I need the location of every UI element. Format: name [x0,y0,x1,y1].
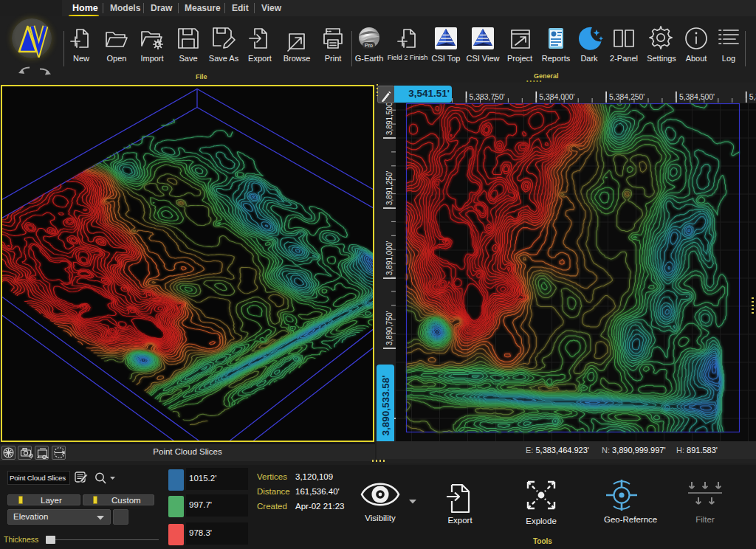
svg-text:5,3: 5,3 [749,93,756,101]
svg-text:5,383,750': 5,383,750' [470,93,505,101]
svg-text:Pro: Pro [365,43,373,48]
svg-text:5,384,000': 5,384,000' [539,93,574,101]
svg-text:3,891,500': 3,891,500' [385,103,394,135]
svg-text:5,384,500': 5,384,500' [679,93,715,101]
svg-text:3,891,250': 3,891,250' [385,171,394,205]
svg-text:5,384,250': 5,384,250' [609,93,645,101]
svg-text:3,890,750': 3,890,750' [385,311,394,345]
svg-text:3,891,000': 3,891,000' [385,241,394,275]
